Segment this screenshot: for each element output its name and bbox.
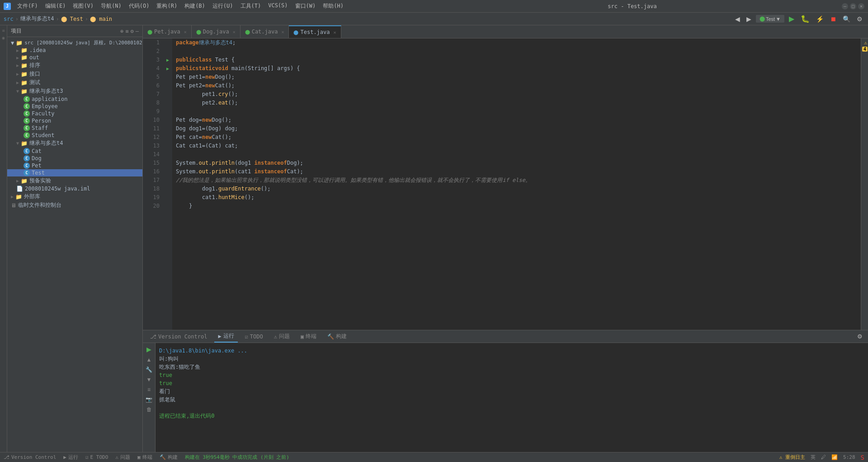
code-line[interactable]: System.out.println(dog1 instanceof Dog); bbox=[172, 159, 861, 167]
search-everywhere-button[interactable]: 🔍 bbox=[841, 14, 852, 24]
todo-status[interactable]: ☑ E TODO bbox=[85, 454, 108, 460]
code-line[interactable]: Pet pet1=new Dog(); bbox=[172, 73, 861, 81]
tree-item-employee[interactable]: C Employee bbox=[7, 103, 142, 110]
sidebar-collapse-icon[interactable]: ≡ bbox=[125, 28, 128, 34]
nav-forward-button[interactable]: ▶ bbox=[745, 14, 753, 24]
left-icon-1[interactable]: ≡ bbox=[0, 27, 7, 33]
nav-back-button[interactable]: ◀ bbox=[733, 14, 742, 24]
breadcrumb-package[interactable]: 继承与多态t4 bbox=[20, 15, 54, 23]
panel-settings-icon[interactable]: ⚙ bbox=[855, 332, 864, 341]
left-icon-2[interactable]: ◉ bbox=[0, 34, 7, 41]
tree-item-pet[interactable]: C Pet bbox=[7, 162, 142, 169]
tab-todo[interactable]: ☑ TODO bbox=[241, 332, 267, 342]
maximize-button[interactable]: □ bbox=[850, 3, 856, 10]
language-status[interactable]: 英 bbox=[811, 454, 816, 461]
settings-side-button[interactable]: 🔧 bbox=[145, 366, 153, 374]
code-line[interactable]: public class Test { bbox=[172, 56, 861, 64]
tree-item-inherit4[interactable]: ▼ 📁 继承与多态t4 bbox=[7, 139, 142, 148]
tab-version-control[interactable]: ⎇ Version Control bbox=[146, 332, 211, 342]
breadcrumb-src[interactable]: src bbox=[4, 16, 14, 22]
tab-cat-close[interactable]: ✕ bbox=[281, 29, 284, 34]
stop-button[interactable]: ⏹ bbox=[828, 14, 838, 24]
code-line[interactable] bbox=[172, 47, 861, 56]
settings-button[interactable]: ⚙ bbox=[855, 14, 864, 24]
tab-test[interactable]: ⬤ Test.java ✕ bbox=[289, 25, 341, 38]
tree-item-sort[interactable]: ▶ 📁 排序 bbox=[7, 61, 142, 70]
menu-item[interactable]: 编辑(E) bbox=[42, 1, 69, 11]
menu-item[interactable]: 导航(N) bbox=[98, 1, 124, 11]
format-button[interactable]: ≡ bbox=[146, 386, 151, 394]
tree-item-application[interactable]: C application bbox=[7, 95, 142, 103]
tree-item-test-class[interactable]: C Test bbox=[7, 169, 142, 176]
debug-button[interactable]: 🐛 bbox=[799, 14, 811, 24]
code-line[interactable]: System.out.println(cat1 instanceof Cat); bbox=[172, 167, 861, 176]
version-control-status[interactable]: ⎇ Version Control bbox=[4, 454, 56, 460]
tab-problems[interactable]: ⚠ 问题 bbox=[270, 331, 293, 342]
menu-item[interactable]: 代码(O) bbox=[126, 1, 152, 11]
code-line[interactable] bbox=[172, 107, 861, 116]
tab-dog[interactable]: ⬤ Dog.java ✕ bbox=[192, 25, 241, 38]
code-line[interactable]: pet1.cry(); bbox=[172, 90, 861, 99]
tree-item-temp[interactable]: 🖥 临时文件和控制台 bbox=[7, 201, 142, 210]
run-config-selector[interactable]: ⬤ Test ▼ bbox=[756, 15, 784, 23]
code-line[interactable]: //我的想法是，如果输出照常执行，那就说明类型没错，可以进行调用。如果类型有错，… bbox=[172, 176, 861, 185]
tree-item-iml[interactable]: 📄 2008010245w java.iml bbox=[7, 185, 142, 192]
tab-pet-close[interactable]: ✕ bbox=[184, 29, 187, 34]
snapshot-button[interactable]: 📷 bbox=[145, 395, 153, 404]
tab-dog-close[interactable]: ✕ bbox=[233, 29, 236, 34]
code-line[interactable] bbox=[172, 150, 861, 159]
sidebar-settings-icon[interactable]: ⚙ bbox=[131, 28, 134, 34]
tree-item-cat[interactable]: C Cat bbox=[7, 148, 142, 155]
titlebar-controls[interactable]: — □ ✕ bbox=[842, 3, 864, 10]
run-gutter-arrow[interactable]: ▶ bbox=[166, 66, 169, 71]
tree-item-faculty[interactable]: C Faculty bbox=[7, 110, 142, 117]
breadcrumb-class[interactable]: ⬤ Test bbox=[61, 16, 83, 22]
terminal-status[interactable]: ▣ 终端 bbox=[137, 454, 152, 461]
menu-item[interactable]: 重构(R) bbox=[154, 1, 180, 11]
sidebar-locate-icon[interactable]: ⊕ bbox=[120, 28, 123, 34]
code-line[interactable]: } bbox=[172, 202, 861, 210]
run-status[interactable]: ▶ 运行 bbox=[63, 454, 78, 461]
tab-test-close[interactable]: ✕ bbox=[334, 30, 336, 35]
menu-item[interactable]: 构建(B) bbox=[182, 1, 208, 11]
tree-root[interactable]: ▼ 📁 src [2008010245w java] 原根, D:\200801… bbox=[7, 39, 142, 47]
tab-pet[interactable]: ⬤ Pet.java ✕ bbox=[143, 25, 192, 38]
code-line[interactable]: pet2.eat(); bbox=[172, 99, 861, 107]
tree-item-dog[interactable]: C Dog bbox=[7, 155, 142, 162]
menu-item[interactable]: 文件(F) bbox=[14, 1, 41, 11]
menu-item[interactable]: 窗口(W) bbox=[292, 1, 319, 11]
tree-item-test-folder[interactable]: ▶ 📁 测试 bbox=[7, 78, 142, 87]
tab-cat[interactable]: ⬤ Cat.java ✕ bbox=[241, 25, 289, 38]
run-button[interactable]: ▶ bbox=[787, 14, 796, 24]
code-line[interactable]: public static void main(String[] args) { bbox=[172, 64, 861, 73]
code-line[interactable]: Pet dog=new Dog(); bbox=[172, 116, 861, 124]
tree-item-prep[interactable]: ▶ 📁 预备实验 bbox=[7, 176, 142, 185]
code-line[interactable]: Cat cat1=(Cat) cat; bbox=[172, 142, 861, 150]
delete-button[interactable]: 🗑 bbox=[146, 405, 153, 414]
tree-item-person[interactable]: C Person bbox=[7, 117, 142, 124]
build-status[interactable]: 🔨 构建 bbox=[160, 454, 178, 461]
run-gutter-arrow[interactable]: ▶ bbox=[166, 57, 169, 62]
menu-item[interactable]: 帮助(H) bbox=[320, 1, 346, 11]
menu-item[interactable]: VCS(S) bbox=[265, 1, 290, 11]
tree-item-student[interactable]: C Student bbox=[7, 132, 142, 139]
sidebar-minimize-icon[interactable]: — bbox=[136, 28, 139, 34]
code-line[interactable]: package 继承与多态t4; bbox=[172, 38, 861, 47]
menu-item[interactable]: 工具(T) bbox=[238, 1, 264, 11]
tree-item-interface[interactable]: ▶ 📁 接口 bbox=[7, 70, 142, 78]
scroll-up-button[interactable]: ▲ bbox=[146, 356, 153, 364]
scroll-down-button[interactable]: ▼ bbox=[146, 376, 153, 384]
run-output-content[interactable]: D:\java1.8\bin\java.exe ...叫:狗叫吃东西:猫吃了鱼t… bbox=[156, 343, 868, 452]
tab-terminal[interactable]: ▣ 终端 bbox=[297, 331, 320, 342]
code-line[interactable]: cat1.huntMice(); bbox=[172, 193, 861, 202]
code-line[interactable]: Pet pet2=new Cat(); bbox=[172, 81, 861, 90]
tab-run[interactable]: ▶ 运行 bbox=[214, 330, 237, 343]
breadcrumb-method[interactable]: ⬤ main bbox=[90, 16, 112, 22]
tab-build[interactable]: 🔨 构建 bbox=[324, 331, 350, 342]
tree-item-staff[interactable]: C Staff bbox=[7, 124, 142, 132]
minimize-button[interactable]: — bbox=[842, 3, 848, 10]
tree-item-ext-libs[interactable]: ▶ 📁 外部库 bbox=[7, 192, 142, 201]
menu-item[interactable]: 运行(U) bbox=[210, 1, 236, 11]
run-again-button[interactable]: ▶ bbox=[146, 345, 152, 354]
tree-item-out[interactable]: ▶ 📁 out bbox=[7, 54, 142, 61]
